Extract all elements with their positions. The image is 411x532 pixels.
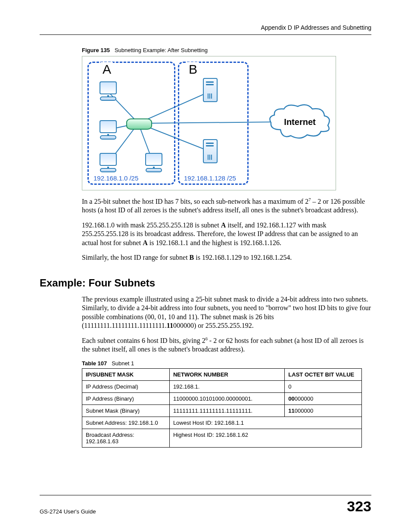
page-number: 323 bbox=[347, 498, 371, 515]
table-cell: 11111111.11111111.11111111. bbox=[169, 404, 284, 417]
figure-number: Figure 135 bbox=[82, 47, 110, 53]
body-text: In a 25-bit subnet the host ID has 7 bit… bbox=[82, 197, 371, 262]
table-row: Subnet Address: 192.168.1.0 Lowest Host … bbox=[82, 417, 362, 429]
table-cell: 00000000 bbox=[285, 392, 362, 404]
table-cell: Lowest Host ID: 192.168.1.1 bbox=[169, 417, 361, 429]
table-cell: 192.168.1. bbox=[169, 380, 284, 392]
cloud-label: Internet bbox=[268, 104, 332, 140]
subnet-b-label: B bbox=[187, 62, 199, 77]
paragraph: The previous example illustrated using a… bbox=[82, 295, 371, 330]
table-cell: Subnet Address: 192.168.1.0 bbox=[82, 417, 170, 429]
paragraph: Each subnet contains 6 host ID bits, giv… bbox=[82, 336, 371, 354]
internet-cloud: Internet bbox=[268, 104, 332, 140]
table-row: Subnet Mask (Binary) 11111111.11111111.1… bbox=[82, 404, 362, 417]
pc-icon bbox=[99, 153, 118, 170]
table-caption: Table 107 Subnet 1 bbox=[82, 360, 371, 367]
section-body: The previous example illustrated using a… bbox=[82, 295, 371, 354]
table-cell: 11000000.10101000.00000001. bbox=[169, 392, 284, 404]
figure-caption: Figure 135 Subnetting Example: After Sub… bbox=[82, 47, 371, 53]
subnet-table: IP/SUBNET MASK NETWORK NUMBER LAST OCTET… bbox=[82, 368, 362, 448]
network-diagram: A 192.168.1.0 /25 B 192.168.1.128 /25 bbox=[82, 56, 336, 190]
subnet-a-label: A bbox=[101, 62, 113, 77]
table-header: NETWORK NUMBER bbox=[169, 368, 284, 380]
footer-rule bbox=[40, 495, 371, 495]
table-row: IP Address (Decimal) 192.168.1. 0 bbox=[82, 380, 362, 392]
paragraph: In a 25-bit subnet the host ID has 7 bit… bbox=[82, 197, 371, 215]
paragraph: Similarly, the host ID range for subnet … bbox=[82, 253, 371, 262]
subnet-a-cidr: 192.168.1.0 /25 bbox=[92, 174, 140, 182]
table-cell: 0 bbox=[285, 380, 362, 392]
table-cell: IP Address (Decimal) bbox=[82, 380, 170, 392]
section-heading: Example: Four Subnets bbox=[40, 277, 371, 289]
pc-icon bbox=[99, 81, 118, 99]
subnet-b-cidr: 192.168.1.128 /25 bbox=[183, 174, 237, 182]
pc-icon bbox=[144, 153, 163, 170]
table-row: IP Address (Binary) 11000000.10101000.00… bbox=[82, 392, 362, 404]
table-header: IP/SUBNET MASK bbox=[82, 368, 170, 380]
header-rule bbox=[40, 34, 371, 35]
table-cell: Subnet Mask (Binary) bbox=[82, 404, 170, 417]
table-number: Table 107 bbox=[82, 360, 107, 367]
footer-guide-name: GS-2724 User's Guide bbox=[40, 508, 96, 515]
paragraph: 192.168.1.0 with mask 255.255.255.128 is… bbox=[82, 221, 371, 247]
table-row: Broadcast Address: 192.168.1.63 Highest … bbox=[82, 429, 362, 447]
server-icon bbox=[203, 139, 218, 163]
figure-title: Subnetting Example: After Subnetting bbox=[115, 47, 208, 53]
table-header-row: IP/SUBNET MASK NETWORK NUMBER LAST OCTET… bbox=[82, 368, 362, 380]
router-icon bbox=[126, 118, 152, 130]
table-cell: Highest Host ID: 192.168.1.62 bbox=[169, 429, 361, 447]
table-header: LAST OCTET BIT VALUE bbox=[285, 368, 362, 380]
table-cell: Broadcast Address: 192.168.1.63 bbox=[82, 429, 170, 447]
page-footer: GS-2724 User's Guide 323 bbox=[40, 495, 371, 515]
table-cell: IP Address (Binary) bbox=[82, 392, 170, 404]
server-icon bbox=[203, 78, 218, 102]
header-appendix-title: Appendix D IP Addresses and Subnetting bbox=[40, 24, 371, 34]
pc-icon bbox=[99, 120, 118, 137]
table-title: Subnet 1 bbox=[112, 360, 134, 367]
table-cell: 11000000 bbox=[285, 404, 362, 417]
